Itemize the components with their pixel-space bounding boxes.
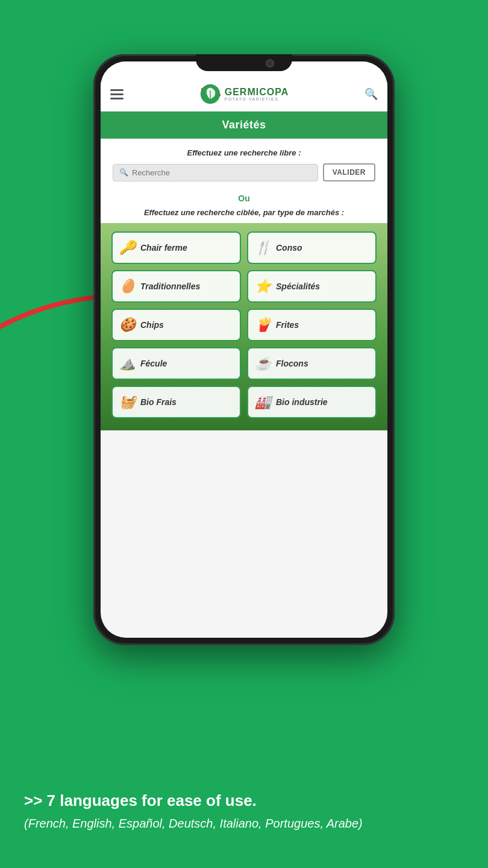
market-grid-area: 🔑 Chair ferme 🍴 Conso 🥚 Traditionnelles … — [101, 223, 387, 430]
page-title: Variétés — [222, 119, 266, 131]
logo-icon — [199, 83, 221, 105]
market-grid: 🔑 Chair ferme 🍴 Conso 🥚 Traditionnelles … — [111, 231, 377, 418]
market-btn-chips-label: Chips — [140, 320, 164, 330]
header-search-icon[interactable]: 🔍 — [364, 87, 378, 101]
market-btn-fecule-label: Fécule — [140, 359, 167, 368]
market-btn-specialites-label: Spécialités — [276, 281, 320, 291]
conso-icon: 🍴 — [254, 240, 271, 256]
logo-main-text: GERMICOPA — [225, 87, 289, 97]
chair-ferme-icon: 🔑 — [119, 240, 136, 256]
search-input-wrap[interactable]: 🔍 — [113, 164, 318, 181]
phone-screen: GERMICOPA POTATO VARIETIES 🔍 Variétés Ef… — [101, 61, 387, 638]
valider-button[interactable]: VALIDER — [323, 163, 375, 181]
traditionnelles-icon: 🥚 — [119, 278, 136, 294]
hamburger-menu-icon[interactable] — [110, 89, 124, 99]
logo-sub-text: POTATO VARIETIES — [225, 97, 289, 101]
market-btn-frites-label: Frites — [276, 320, 299, 330]
title-bar: Variétés — [101, 112, 387, 139]
market-btn-bio-industrie-label: Bio industrie — [276, 397, 328, 407]
market-btn-fecule[interactable]: ⛰️ Fécule — [111, 347, 241, 380]
market-btn-chair-ferme[interactable]: 🔑 Chair ferme — [111, 231, 241, 264]
market-btn-flocons-label: Flocons — [276, 359, 308, 368]
chips-icon: 🍪 — [119, 317, 136, 333]
search-input[interactable] — [132, 168, 311, 177]
market-btn-chair-ferme-label: Chair ferme — [140, 243, 187, 253]
search-row: 🔍 VALIDER — [113, 163, 375, 181]
market-btn-bio-frais[interactable]: 🧺 Bio Frais — [111, 386, 241, 418]
market-btn-bio-frais-label: Bio Frais — [140, 397, 177, 407]
bio-industrie-icon: 🏭 — [254, 394, 271, 410]
ou-divider: Ou — [101, 189, 387, 206]
bio-frais-icon: 🧺 — [119, 394, 136, 410]
market-btn-conso-label: Conso — [276, 243, 302, 253]
languages-list: (French, English, Español, Deutsch, Ital… — [24, 815, 464, 832]
phone-camera — [266, 59, 274, 68]
market-btn-bio-industrie[interactable]: 🏭 Bio industrie — [247, 386, 377, 418]
market-btn-frites[interactable]: 🍟 Frites — [247, 309, 377, 341]
logo-text: GERMICOPA POTATO VARIETIES — [225, 87, 289, 101]
market-btn-traditionnelles-label: Traditionnelles — [140, 281, 200, 291]
languages-heading: >> 7 languages for ease of use. — [24, 791, 464, 810]
phone-shell: GERMICOPA POTATO VARIETIES 🔍 Variétés Ef… — [93, 54, 395, 645]
targeted-search-label: Effectuez une recherche ciblée, par type… — [101, 206, 387, 223]
market-btn-chips[interactable]: 🍪 Chips — [111, 309, 241, 341]
market-btn-traditionnelles[interactable]: 🥚 Traditionnelles — [111, 270, 241, 303]
specialites-icon: ⭐ — [254, 278, 271, 294]
market-btn-specialites[interactable]: ⭐ Spécialités — [247, 270, 377, 303]
market-btn-flocons[interactable]: ☕ Flocons — [247, 347, 377, 380]
fecule-icon: ⛰️ — [119, 356, 136, 371]
search-label: Effectuez une recherche libre : — [113, 148, 375, 157]
frites-icon: 🍟 — [254, 317, 271, 333]
logo-container: GERMICOPA POTATO VARIETIES — [199, 83, 289, 105]
flocons-icon: ☕ — [254, 356, 271, 371]
market-btn-conso[interactable]: 🍴 Conso — [247, 231, 377, 264]
phone-notch — [196, 54, 292, 71]
bottom-text-section: >> 7 languages for ease of use. (French,… — [0, 791, 488, 832]
search-section: Effectuez une recherche libre : 🔍 VALIDE… — [101, 139, 387, 189]
search-icon: 🔍 — [119, 168, 128, 177]
